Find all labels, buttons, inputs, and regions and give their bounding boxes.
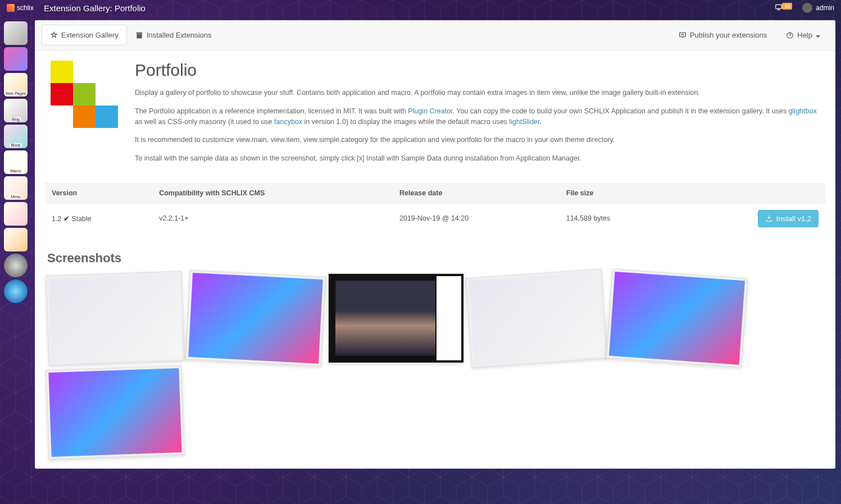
user-name: admin [816, 4, 834, 12]
publish-label: Publish your extensions [690, 31, 767, 39]
link-plugin-creator[interactable]: Plugin Creator [408, 107, 452, 115]
table-row: 1.2 ✔ Stable v2.2.1-1+ 2019-Nov-19 @ 14:… [45, 203, 825, 234]
check-icon: ✔ [63, 214, 70, 223]
svg-rect-1 [137, 32, 143, 33]
brand-text: schlix [17, 4, 34, 12]
screenshot-thumb[interactable] [46, 365, 184, 460]
version-status: Stable [71, 215, 91, 223]
notif-badge: 10 [782, 3, 792, 10]
notifications-button[interactable]: 10 [775, 3, 793, 13]
extension-desc-1: Display a gallery of portfolio to showca… [135, 88, 825, 98]
topbar: schlix Extension Gallery: Portfolio 10 a… [0, 0, 841, 16]
user-menu[interactable]: admin [802, 3, 834, 13]
brand-icon [7, 4, 15, 12]
sidebar-item-help[interactable] [4, 280, 28, 303]
screenshot-thumb[interactable] [46, 271, 184, 365]
page-title: Extension Gallery: Portfolio [44, 3, 146, 13]
version-number: 1.2 [52, 215, 61, 223]
monitor-icon [775, 3, 783, 11]
publish-button[interactable]: Publish your extensions [670, 25, 775, 45]
sidebar-item-schlix[interactable] [4, 47, 28, 71]
screenshot-thumb[interactable] [328, 273, 464, 363]
archive-icon [135, 31, 143, 39]
tab-gallery-label: Extension Gallery [61, 31, 119, 39]
sidebar-item-users[interactable] [4, 202, 28, 226]
download-icon [765, 214, 773, 222]
screenshots-grid [45, 273, 825, 457]
link-fancybox[interactable]: fancybox [274, 118, 302, 126]
tab-installed-label: Installed Extensions [147, 31, 212, 39]
avatar-icon [802, 3, 812, 13]
col-size: File size [560, 183, 676, 203]
col-release: Release date [393, 183, 560, 203]
extension-desc-2: The Portfolio application is a reference… [135, 106, 825, 127]
install-label: Install v1.2 [776, 214, 811, 223]
version-release: 2019-Nov-19 @ 14:20 [393, 203, 560, 234]
svg-rect-2 [137, 34, 142, 38]
install-button[interactable]: Install v1.2 [758, 210, 819, 227]
extension-desc-4: To install with the sample data as shown… [135, 153, 825, 164]
version-size: 114,589 bytes [560, 203, 676, 234]
screenshot-thumb[interactable] [466, 269, 608, 368]
screenshot-thumb[interactable] [185, 270, 326, 366]
link-glightbox[interactable]: glightbox [789, 107, 817, 115]
help-label: Help [797, 31, 812, 39]
sidebar: Web Pages Blog Block Macro Menu [0, 16, 31, 504]
extension-desc-3: It is recommended to customize view.main… [135, 135, 825, 145]
sidebar-item-tools[interactable] [4, 228, 28, 251]
sidebar-item-webpages[interactable]: Web Pages [4, 73, 28, 97]
col-version: Version [45, 183, 152, 203]
version-compat: v2.2.1-1+ [152, 203, 393, 234]
sidebar-item-menu[interactable]: Menu [4, 176, 28, 200]
sidebar-item-blog[interactable]: Blog [4, 99, 28, 122]
sidebar-item-apps[interactable] [4, 21, 28, 45]
sidebar-item-settings[interactable] [4, 254, 28, 277]
versions-table: Version Compatibility with SCHLIX CMS Re… [45, 183, 825, 234]
tab-installed-extensions[interactable]: Installed Extensions [127, 25, 220, 45]
gallery-icon [50, 31, 58, 39]
col-compat: Compatibility with SCHLIX CMS [152, 183, 393, 203]
tab-extension-gallery[interactable]: Extension Gallery [42, 25, 127, 45]
svg-rect-3 [680, 33, 686, 36]
chevron-down-icon [816, 35, 820, 38]
sidebar-item-block[interactable]: Block [4, 125, 28, 148]
screenshots-heading: Screenshots [47, 251, 825, 265]
svg-rect-0 [775, 4, 781, 8]
link-lightslider[interactable]: lightSlider [509, 118, 539, 126]
brand[interactable]: schlix [7, 4, 34, 12]
toolbar: Extension Gallery Installed Extensions P… [35, 20, 835, 51]
help-button[interactable]: Help [778, 25, 829, 45]
upload-icon [679, 31, 687, 39]
extension-icon [51, 61, 118, 128]
screenshot-thumb[interactable] [606, 269, 748, 368]
help-icon [786, 31, 794, 39]
extension-title: Portfolio [135, 61, 825, 80]
main-panel: Extension Gallery Installed Extensions P… [35, 20, 835, 469]
sidebar-item-macro[interactable]: Macro [4, 150, 28, 174]
